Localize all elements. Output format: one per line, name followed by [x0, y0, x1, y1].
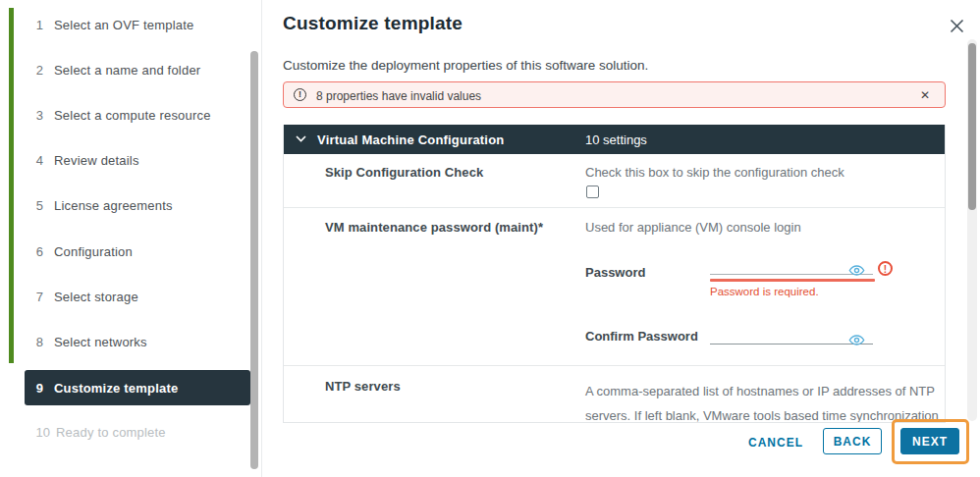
setting-description: Used for appliance (VM) console login — [585, 220, 801, 235]
setting-value-column: Used for appliance (VM) console login Pa… — [585, 208, 945, 365]
sidebar-item-license-agreements[interactable]: 5 License agreements — [25, 196, 173, 214]
show-confirm-password-eye-icon[interactable] — [848, 332, 865, 349]
sidebar-item-select-storage[interactable]: 7 Select storage — [25, 288, 138, 305]
close-x-glyph — [950, 19, 964, 33]
step-number: 4 — [25, 153, 43, 168]
setting-description: A comma-separated list of hostnames or I… — [585, 379, 939, 423]
alert-text: 8 properties have invalid values — [316, 89, 481, 103]
setting-row-skip-configuration-check: Skip Configuration Check Check this box … — [284, 154, 945, 208]
step-number: 9 — [25, 381, 43, 396]
step-label: Select a compute resource — [54, 108, 211, 123]
sidebar-divider — [261, 0, 262, 477]
content-scrollbar-thumb[interactable] — [968, 43, 976, 210]
password-label: Password — [585, 265, 645, 280]
deploy-ovf-wizard: 1 Select an OVF template 2 Select a name… — [0, 0, 980, 477]
description-line-2: servers. If left blank, VMware tools bas… — [585, 408, 939, 423]
step-label: Review details — [54, 153, 139, 168]
step-number: 7 — [25, 290, 43, 304]
sidebar-item-select-name-folder[interactable]: 2 Select a name and folder — [25, 61, 200, 79]
sidebar-item-review-details[interactable]: 4 Review details — [25, 151, 139, 169]
sidebar-item-ready-to-complete: 10 Ready to complete — [25, 423, 166, 441]
setting-label: NTP servers — [325, 379, 401, 394]
confirm-password-field — [710, 329, 873, 344]
sidebar-item-select-compute-resource[interactable]: 3 Select a compute resource — [25, 106, 211, 124]
sidebar-item-select-ovf-template[interactable]: 1 Select an OVF template — [25, 16, 193, 33]
sidebar-item-select-networks[interactable]: 8 Select networks — [25, 333, 147, 350]
vm-configuration-accordion-header[interactable]: Virtual Machine Configuration 10 setting… — [284, 125, 945, 154]
alert-close-icon[interactable]: ✕ — [917, 87, 933, 103]
chevron-down-icon — [296, 135, 306, 142]
setting-description: Check this box to skip the configuration… — [585, 165, 844, 180]
password-field — [710, 259, 873, 275]
step-label: Customize template — [54, 381, 178, 396]
setting-label: Skip Configuration Check — [325, 165, 483, 180]
content-scrollbar-track[interactable] — [967, 39, 977, 421]
step-label: Select networks — [54, 335, 147, 349]
step-label: Select storage — [54, 290, 138, 304]
step-label: Select a name and folder — [54, 63, 200, 78]
settings-grid: Virtual Machine Configuration 10 setting… — [283, 125, 946, 423]
step-number: 2 — [25, 63, 43, 78]
setting-row-vm-maintenance-password: VM maintenance password (maint)* Used fo… — [284, 208, 945, 366]
description-line-1: A comma-separated list of hostnames or I… — [585, 384, 935, 398]
sidebar-item-configuration[interactable]: 6 Configuration — [25, 242, 133, 260]
setting-value-column: A comma-separated list of hostnames or I… — [585, 366, 945, 423]
section-settings-count: 10 settings — [585, 132, 647, 147]
setting-row-ntp-servers: NTP servers A comma-separated list of ho… — [284, 366, 945, 423]
skip-configuration-checkbox[interactable] — [586, 186, 599, 198]
step-number: 8 — [25, 335, 43, 349]
section-title: Virtual Machine Configuration — [317, 132, 504, 147]
alert-error-icon: ! — [294, 88, 306, 101]
page-subtitle: Customize the deployment properties of t… — [283, 58, 648, 73]
invalid-values-alert: ! 8 properties have invalid values ✕ — [283, 81, 946, 108]
step-number: 1 — [25, 18, 43, 32]
step-label: License agreements — [54, 198, 173, 213]
confirm-password-input[interactable] — [710, 329, 847, 344]
password-error-underline — [710, 279, 875, 282]
password-error-message: Password is required. — [710, 286, 819, 297]
step-number: 3 — [25, 108, 43, 123]
step-label: Ready to complete — [56, 425, 166, 440]
page-title: Customize template — [283, 13, 463, 34]
setting-label: VM maintenance password (maint)* — [325, 220, 543, 235]
password-input[interactable] — [710, 259, 847, 275]
cancel-button[interactable]: CANCEL — [746, 433, 805, 452]
setting-value-column: Check this box to skip the configuration… — [585, 154, 945, 207]
confirm-password-label: Confirm Password — [585, 329, 698, 344]
show-password-eye-icon[interactable] — [848, 262, 865, 280]
progress-bar-completed — [9, 8, 14, 363]
password-error-icon: ! — [878, 261, 893, 276]
step-label: Configuration — [54, 244, 133, 259]
sidebar-scrollbar[interactable] — [250, 51, 258, 469]
sidebar-item-customize-template[interactable]: 9 Customize template — [25, 370, 250, 405]
back-button[interactable]: BACK — [823, 428, 882, 454]
step-number: 5 — [25, 198, 43, 213]
next-button[interactable]: NEXT — [900, 428, 959, 454]
step-label: Select an OVF template — [54, 18, 193, 32]
step-number: 10 — [25, 425, 50, 440]
close-icon[interactable] — [946, 15, 967, 36]
wizard-steps-sidebar: 1 Select an OVF template 2 Select a name… — [0, 0, 262, 477]
step-number: 6 — [25, 244, 43, 259]
